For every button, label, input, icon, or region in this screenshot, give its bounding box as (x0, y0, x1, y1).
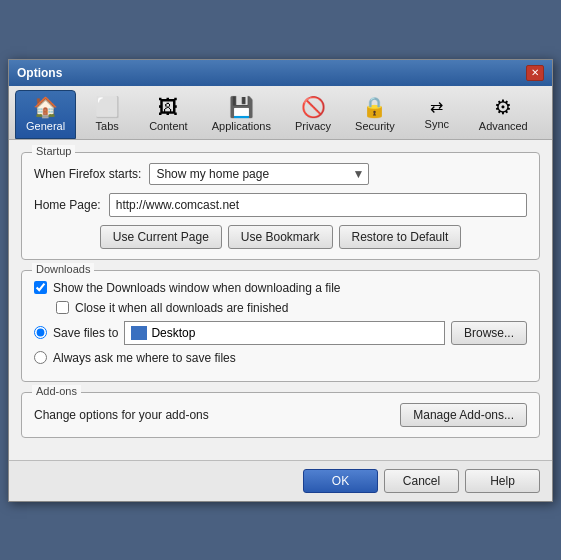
restore-default-button[interactable]: Restore to Default (339, 225, 462, 249)
save-path-display: Desktop (124, 321, 445, 345)
main-content: Startup When Firefox starts: Show my hom… (9, 140, 552, 460)
security-icon: 🔒 (362, 97, 387, 117)
ok-button[interactable]: OK (303, 469, 378, 493)
when-firefox-starts-row: When Firefox starts: Show my home page ▼ (34, 163, 527, 185)
home-page-row: Home Page: (34, 193, 527, 217)
applications-icon: 💾 (229, 97, 254, 117)
tab-general-label: General (26, 120, 65, 132)
tab-content[interactable]: 🖼 Content (138, 90, 199, 139)
addons-description: Change options for your add-ons (34, 408, 209, 422)
manage-addons-button[interactable]: Manage Add-ons... (400, 403, 527, 427)
home-icon: 🏠 (33, 97, 58, 117)
privacy-icon: 🚫 (301, 97, 326, 117)
tab-tabs[interactable]: ⬜ Tabs (78, 90, 136, 139)
tab-content-label: Content (149, 120, 188, 132)
close-downloads-label: Close it when all downloads are finished (75, 301, 288, 315)
sync-icon: ⇄ (430, 99, 443, 115)
always-ask-radio[interactable] (34, 351, 47, 364)
tab-advanced[interactable]: ⚙ Advanced (468, 90, 539, 139)
close-button[interactable]: ✕ (526, 65, 544, 81)
toolbar: 🏠 General ⬜ Tabs 🖼 Content 💾 Application… (9, 86, 552, 140)
save-files-radio[interactable] (34, 326, 47, 339)
use-current-page-button[interactable]: Use Current Page (100, 225, 222, 249)
when-select[interactable]: Show my home page ▼ (149, 163, 369, 185)
options-dialog: Options ✕ 🏠 General ⬜ Tabs 🖼 Content 💾 A… (8, 59, 553, 502)
close-downloads-checkbox[interactable] (56, 301, 69, 314)
folder-icon (131, 326, 147, 340)
always-ask-label: Always ask me where to save files (53, 351, 236, 365)
downloads-section: Downloads Show the Downloads window when… (21, 270, 540, 382)
save-files-label: Save files to (53, 326, 118, 340)
cancel-button[interactable]: Cancel (384, 469, 459, 493)
show-downloads-checkbox[interactable] (34, 281, 47, 294)
bottom-bar: OK Cancel Help (9, 460, 552, 501)
addons-title: Add-ons (32, 385, 81, 397)
addons-section: Add-ons Change options for your add-ons … (21, 392, 540, 438)
chevron-down-icon: ▼ (352, 167, 364, 181)
tab-security-label: Security (355, 120, 395, 132)
save-files-row: Save files to Desktop Browse... (34, 321, 527, 345)
tab-applications[interactable]: 💾 Applications (201, 90, 282, 139)
tab-privacy[interactable]: 🚫 Privacy (284, 90, 342, 139)
title-bar: Options ✕ (9, 60, 552, 86)
tab-sync-label: Sync (425, 118, 449, 130)
advanced-icon: ⚙ (494, 97, 512, 117)
when-value: Show my home page (156, 167, 269, 181)
home-label: Home Page: (34, 198, 101, 212)
help-button[interactable]: Help (465, 469, 540, 493)
close-downloads-row: Close it when all downloads are finished (56, 301, 527, 315)
home-page-input[interactable] (109, 193, 527, 217)
tab-general[interactable]: 🏠 General (15, 90, 76, 139)
startup-buttons: Use Current Page Use Bookmark Restore to… (34, 225, 527, 249)
content-icon: 🖼 (158, 97, 178, 117)
downloads-title: Downloads (32, 263, 94, 275)
always-ask-row: Always ask me where to save files (34, 351, 527, 365)
addons-row: Change options for your add-ons Manage A… (34, 403, 527, 427)
tab-applications-label: Applications (212, 120, 271, 132)
tab-security[interactable]: 🔒 Security (344, 90, 406, 139)
browse-button[interactable]: Browse... (451, 321, 527, 345)
startup-section: Startup When Firefox starts: Show my hom… (21, 152, 540, 260)
show-downloads-row: Show the Downloads window when downloadi… (34, 281, 527, 295)
tab-privacy-label: Privacy (295, 120, 331, 132)
tab-sync[interactable]: ⇄ Sync (408, 90, 466, 139)
show-downloads-label: Show the Downloads window when downloadi… (53, 281, 341, 295)
tab-advanced-label: Advanced (479, 120, 528, 132)
save-path-value: Desktop (151, 326, 195, 340)
startup-title: Startup (32, 145, 75, 157)
dialog-title: Options (17, 66, 62, 80)
tab-tabs-label: Tabs (96, 120, 119, 132)
tabs-icon: ⬜ (95, 97, 120, 117)
when-label: When Firefox starts: (34, 167, 141, 181)
use-bookmark-button[interactable]: Use Bookmark (228, 225, 333, 249)
